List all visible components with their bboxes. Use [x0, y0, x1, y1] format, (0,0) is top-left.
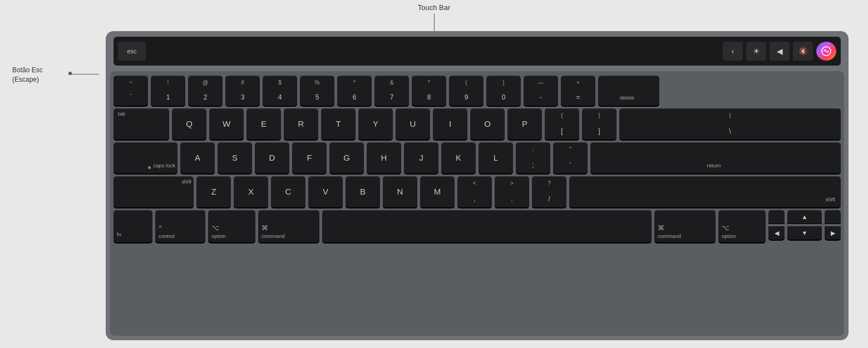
key-equals[interactable]: + =: [561, 76, 595, 106]
key-1[interactable]: ! 1: [151, 76, 185, 106]
key-shift-right[interactable]: shift: [569, 176, 841, 207]
key-8[interactable]: * 8: [412, 76, 446, 106]
key-3[interactable]: # 3: [225, 76, 260, 106]
key-w[interactable]: W: [209, 108, 244, 140]
touchbar: esc ‹ ☀ ◀ 🔇: [114, 37, 841, 66]
key-f[interactable]: F: [292, 142, 327, 173]
key-e[interactable]: E: [246, 108, 281, 140]
key-option-left[interactable]: ⌥ option: [208, 210, 255, 242]
esc-arrow-line: [68, 74, 99, 74]
tb-back-btn[interactable]: ‹: [723, 42, 743, 61]
key-left-arrow[interactable]: ◀: [768, 226, 785, 240]
key-c[interactable]: C: [271, 176, 305, 207]
key-z[interactable]: Z: [196, 176, 231, 207]
key-comma[interactable]: < ,: [457, 176, 492, 207]
key-h[interactable]: H: [367, 142, 401, 173]
modifier-row: fn ^ control ⌥ option ⌘ command ⌘ comma: [114, 210, 841, 242]
touchbar-controls: ‹ ☀ ◀ 🔇: [723, 42, 836, 61]
key-semicolon[interactable]: : ;: [516, 142, 550, 173]
key-option-right[interactable]: ⌥ option: [718, 210, 766, 242]
touchbar-label: Touch Bar: [418, 3, 451, 12]
key-quote[interactable]: " ': [553, 142, 588, 173]
arrow-left-top: [768, 210, 785, 223]
tb-brightness-btn[interactable]: ☀: [746, 42, 766, 61]
qwerty-row: tab Q W E R T Y U I O P { [ } ]: [114, 108, 841, 140]
key-s[interactable]: S: [218, 142, 252, 173]
key-g[interactable]: G: [329, 142, 364, 173]
key-t[interactable]: T: [321, 108, 356, 140]
key-slash[interactable]: ? /: [532, 176, 566, 207]
caps-lock-indicator: [148, 166, 151, 169]
key-command-left[interactable]: ⌘ command: [258, 210, 319, 242]
key-capslock[interactable]: caps lock: [114, 142, 177, 173]
key-d[interactable]: D: [255, 142, 289, 173]
key-6[interactable]: ^ 6: [337, 76, 372, 106]
key-r[interactable]: R: [284, 108, 318, 140]
key-bracket-close[interactable]: } ]: [582, 108, 617, 140]
tb-volume-btn[interactable]: ◀: [770, 42, 790, 61]
key-right-arrow[interactable]: ▶: [825, 226, 841, 240]
zxcv-row: shift Z X C V B N M < , > . ?: [114, 176, 841, 207]
key-p[interactable]: P: [507, 108, 542, 140]
keys-area: ~ ` ! 1 @ 2 # 3 $ 4: [110, 71, 844, 336]
key-n[interactable]: N: [383, 176, 417, 207]
tb-mute-btn[interactable]: 🔇: [793, 42, 813, 61]
esc-key[interactable]: esc: [118, 42, 146, 61]
key-return[interactable]: return: [590, 142, 841, 173]
arrow-cluster: ▲ ◀ ▼ ▶: [768, 210, 841, 242]
key-period[interactable]: > .: [495, 176, 529, 207]
tb-siri-btn[interactable]: [816, 42, 836, 61]
asdf-row: caps lock A S D F G H J K L : ; " ': [114, 142, 841, 173]
key-0[interactable]: ) 0: [486, 76, 521, 106]
key-fn[interactable]: fn: [114, 210, 152, 242]
key-5[interactable]: % 5: [300, 76, 334, 106]
key-4[interactable]: $ 4: [263, 76, 297, 106]
key-l[interactable]: L: [479, 142, 513, 173]
key-u[interactable]: U: [396, 108, 430, 140]
esc-button-label: Botão Esc(Escape): [12, 66, 43, 84]
number-row: ~ ` ! 1 @ 2 # 3 $ 4: [114, 76, 841, 106]
key-command-right[interactable]: ⌘ command: [654, 210, 716, 242]
key-shift-left[interactable]: shift: [114, 176, 194, 207]
siri-icon: [821, 46, 831, 56]
key-v[interactable]: V: [308, 176, 343, 207]
key-i[interactable]: I: [433, 108, 467, 140]
scene: Touch Bar Botão Esc(Escape) esc ‹ ☀ ◀ 🔇: [0, 0, 868, 348]
key-q[interactable]: Q: [172, 108, 206, 140]
key-delete[interactable]: delete: [598, 76, 659, 106]
key-up-arrow[interactable]: ▲: [787, 210, 822, 223]
arrow-right-top: [825, 210, 841, 223]
key-space[interactable]: [322, 210, 652, 242]
key-backslash[interactable]: | \: [619, 108, 841, 140]
key-o[interactable]: O: [470, 108, 505, 140]
key-2[interactable]: @ 2: [188, 76, 223, 106]
arrow-top-row: ▲: [768, 210, 841, 223]
key-9[interactable]: ( 9: [449, 76, 484, 106]
key-b[interactable]: B: [346, 176, 380, 207]
key-m[interactable]: M: [420, 176, 455, 207]
esc-arrow-dot: [68, 72, 72, 75]
key-y[interactable]: Y: [358, 108, 393, 140]
key-k[interactable]: K: [441, 142, 476, 173]
key-a[interactable]: A: [180, 142, 215, 173]
key-control[interactable]: ^ control: [155, 210, 205, 242]
key-j[interactable]: J: [404, 142, 438, 173]
key-down-arrow[interactable]: ▼: [787, 226, 822, 240]
key-tab[interactable]: tab: [114, 108, 169, 140]
arrow-bottom-row: ◀ ▼ ▶: [768, 226, 841, 240]
key-minus[interactable]: — -: [524, 76, 558, 106]
key-7[interactable]: & 7: [374, 76, 409, 106]
key-grave[interactable]: ~ `: [114, 76, 148, 106]
key-bracket-open[interactable]: { [: [545, 108, 579, 140]
keyboard: esc ‹ ☀ ◀ 🔇 ~ `: [106, 31, 849, 340]
key-x[interactable]: X: [234, 176, 268, 207]
